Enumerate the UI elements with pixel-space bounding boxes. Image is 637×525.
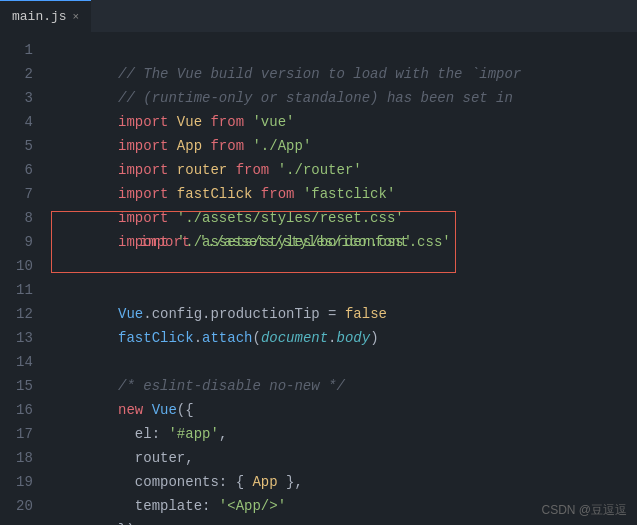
watermark: CSDN @豆逗逗	[541, 502, 627, 519]
code-content: // The Vue build version to load with th…	[43, 32, 637, 525]
code-area: 1 2 3 4 5 6 7 8 9 10 11 12 13 14 15 16 1…	[0, 32, 637, 525]
tab-main-js[interactable]: main.js ×	[0, 0, 91, 32]
line-numbers: 1 2 3 4 5 6 7 8 9 10 11 12 13 14 15 16 1…	[0, 32, 43, 525]
tab-close-button[interactable]: ×	[73, 11, 80, 23]
code-line-1: // The Vue build version to load with th…	[43, 38, 637, 62]
code-line-9: import './assets/styles/iconfont.css'	[43, 230, 637, 254]
code-line-11: Vue.config.productionTip = false	[43, 278, 637, 302]
code-line-14: /* eslint-disable no-new */	[43, 350, 637, 374]
editor-container: main.js × 1 2 3 4 5 6 7 8 9 10 11 12 13 …	[0, 0, 637, 525]
tab-bar: main.js ×	[0, 0, 637, 32]
tab-filename: main.js	[12, 9, 67, 24]
